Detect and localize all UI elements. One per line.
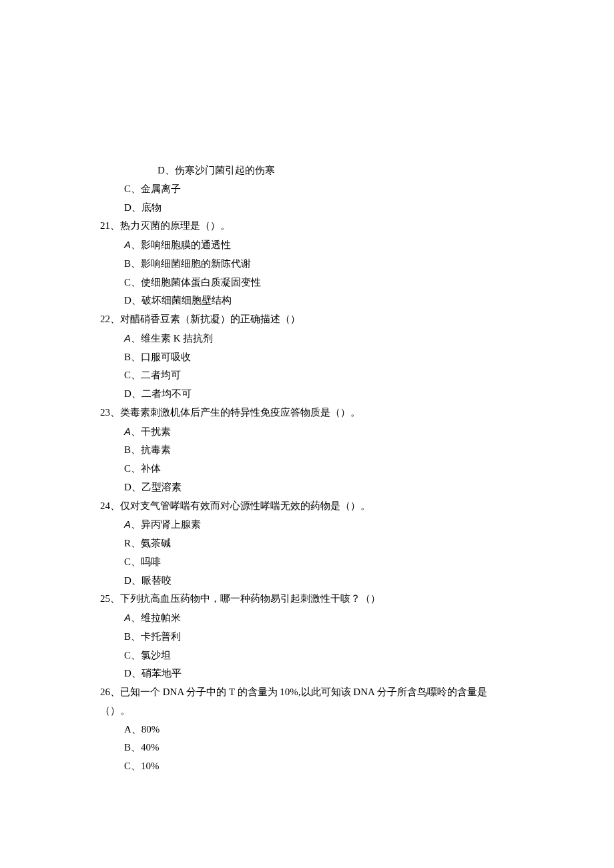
q26-option-c: C、10%	[100, 757, 521, 776]
q26-stem: 26、已知一个 DNA 分子中的 T 的含量为 10%,以此可知该 DNA 分子…	[100, 683, 521, 702]
option-text: 、维拉帕米	[131, 612, 181, 623]
orphan-option-d2: D、底物	[100, 199, 521, 218]
q21-option-b: B、影响细菌细胞的新陈代谢	[100, 255, 521, 274]
q22-option-b: B、口服可吸收	[100, 348, 521, 367]
q25-option-a: A、维拉帕米	[100, 608, 521, 628]
option-letter: A	[124, 518, 131, 530]
q22-option-a: A、维生素 K 拮抗剂	[100, 329, 521, 348]
q22-stem: 22、对醋硝香豆素（新抗凝）的正确描述（）	[100, 310, 521, 329]
q24-stem: 24、仅对支气管哮喘有效而对心源性哮喘无效的药物是（）。	[100, 497, 521, 516]
q21-option-c: C、使细胞菌体蛋白质凝固变性	[100, 274, 521, 292]
q25-option-b: B、卡托普利	[100, 628, 521, 646]
option-letter: A	[124, 612, 131, 623]
q23-option-c: C、补体	[100, 460, 521, 478]
q24-option-b: R、氨茶碱	[100, 534, 521, 553]
q23-stem: 23、类毒素刺激机体后产生的特异性免疫应答物质是（）。	[100, 404, 521, 422]
q22-option-d: D、二者均不可	[100, 385, 521, 404]
option-text: 、影响细胞膜的通透性	[131, 240, 231, 250]
option-letter: A	[124, 239, 131, 250]
q23-option-d: D、乙型溶素	[100, 478, 521, 497]
option-text: 、维生素 K 拮抗剂	[131, 333, 213, 344]
q25-option-c: C、氯沙坦	[100, 646, 521, 665]
orphan-option-c: C、金属离子	[100, 180, 521, 199]
q21-stem: 21、热力灭菌的原理是（）。	[100, 217, 521, 236]
q26-option-a: A、80%	[100, 721, 521, 739]
option-letter: A	[124, 332, 131, 344]
q23-option-a: A、干扰素	[100, 422, 521, 442]
q22-option-c: C、二者均可	[100, 366, 521, 385]
q23-option-b: B、抗毒素	[100, 441, 521, 460]
q24-option-c: C、吗啡	[100, 553, 521, 572]
q26-option-b: B、40%	[100, 739, 521, 757]
option-text: 、干扰素	[131, 426, 171, 437]
q25-stem: 25、下列抗高血压药物中，哪一种药物易引起刺激性干咳？（）	[100, 590, 521, 608]
q25-option-d: D、硝苯地平	[100, 665, 521, 683]
q24-option-d: D、哌替咬	[100, 572, 521, 590]
q21-option-d: D、破坏细菌细胞壁结构	[100, 292, 521, 310]
option-text: 、异丙肾上腺素	[131, 519, 201, 530]
q21-option-a: A、影响细胞膜的通透性	[100, 236, 521, 255]
orphan-option-d: D、伤寒沙门菌引起的伤寒	[100, 161, 521, 180]
option-letter: A	[124, 426, 131, 437]
q24-option-a: A、异丙肾上腺素	[100, 515, 521, 534]
q26-stem2: （）。	[100, 702, 521, 721]
